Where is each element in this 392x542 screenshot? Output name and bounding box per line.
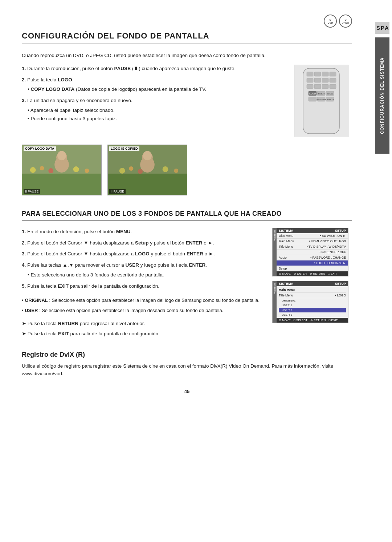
child-image-1 <box>22 145 101 195</box>
sub-menu-body: Main Menu Title Menu• LOGO ORIGINAL USER… <box>277 286 348 318</box>
menu-row-5: Audio• PASSWORD : CHANGE <box>277 255 348 260</box>
s2-step4: 4. Pulse las teclas ▲,▼ para mover el cu… <box>22 261 265 270</box>
section3: Registro de DviX (R) Utilice el código d… <box>22 351 352 378</box>
svg-rect-8 <box>330 78 336 82</box>
svg-rect-1 <box>307 72 313 76</box>
s2-step4-sub: • Esto selecciona uno de los 3 fondos de… <box>28 271 265 279</box>
menu-row-setup: Setup <box>277 266 348 271</box>
menu-images: SISTEMA SISTEMA SETUP Disc Menu• BD WISE… <box>272 228 352 340</box>
svg-rect-3 <box>322 72 328 76</box>
svg-rect-2 <box>314 72 321 76</box>
user3-option: USER 3 <box>279 312 346 317</box>
section2-content: 1. En el modo de detención, pulse el bot… <box>22 228 352 340</box>
step3: 3. La unidad se apagará y se encenderá d… <box>22 97 287 105</box>
section1-title: CONFIGURACIÓN DEL FONDO DE PANTALLA <box>22 31 352 44</box>
user2-option: USER 2 <box>279 308 346 312</box>
logo-row-label: Main Menu <box>279 287 346 293</box>
user1-option: USER 1 <box>279 303 346 308</box>
step2: 2. Pulse la tecla LOGO. <box>22 76 287 84</box>
dvd-icon: ⊙ DVD <box>324 15 337 28</box>
orig-user-notes: • ORIGINAL : Seleccione esta opción para… <box>22 296 265 315</box>
screenshot2-label: LOGO IS COPIED <box>109 146 139 151</box>
section2-instructions: 1. En el modo de detención, pulse el bot… <box>22 228 265 340</box>
svg-point-33 <box>57 151 66 160</box>
section1: ⊙ DVD ⊙ JPEG CONFIGURACIÓN DEL FONDO DE … <box>22 15 352 195</box>
menu-screenshot-2: SISTEMA SISTEMASETUP Main Menu Title Me <box>272 281 348 323</box>
menu-footer-1: ⊕ MOVE⊕ ENTER⊗ RETURN□ EXIT <box>277 271 348 276</box>
arrow-note-2: Pulse la tecla EXIT para salir de la pan… <box>22 330 265 338</box>
svg-point-39 <box>163 166 168 172</box>
svg-rect-4 <box>330 72 336 76</box>
screenshot1-label: COPY LOGO DATA <box>24 146 56 151</box>
screenshots-row: COPY LOGO DATA II PAUSE <box>22 145 352 195</box>
menu-main-1: SISTEMA SETUP Disc Menu• BD WISE : ON ► … <box>277 228 348 276</box>
step3-sub1: • Aparecerá el papel tapiz seleccionado. <box>28 106 287 115</box>
step1: 1. Durante la reproducción, pulse el bot… <box>22 65 287 73</box>
step2-sub: • COPY LOGO DATA (Datos de copia de logo… <box>28 85 287 94</box>
logo-row: Title Menu• LOGO <box>279 293 346 298</box>
svg-rect-6 <box>314 78 321 82</box>
sub-menu-header: SISTEMASETUP <box>277 281 348 286</box>
svg-text:SLOW: SLOW <box>327 93 333 95</box>
user-note: • USER : Seleccione esta opción para est… <box>22 307 265 315</box>
page-number: 45 <box>22 389 352 394</box>
remote-image: LOGO TIMER SLOW CD RIPPING CANCEL <box>294 65 352 137</box>
svg-point-30 <box>85 169 89 173</box>
original-note: • ORIGINAL : Seleccione esta opción para… <box>22 296 265 304</box>
svg-rect-7 <box>322 78 328 82</box>
child-image-2 <box>108 145 187 195</box>
menu-screenshot-1: SISTEMA SISTEMA SETUP Disc Menu• BD WISE… <box>272 228 348 276</box>
screenshot2-pause: II PAUSE <box>109 189 126 194</box>
remote-control: LOGO TIMER SLOW CD RIPPING CANCEL <box>294 65 348 137</box>
screenshot-copy-logo: COPY LOGO DATA II PAUSE <box>22 145 102 195</box>
sidebar-spa-label: SPA <box>375 22 389 34</box>
section3-text: Utilice el código de registro para regis… <box>22 362 352 378</box>
arrow-notes: Pulse la tecla RETURN para regresar al n… <box>22 320 265 337</box>
section2: PARA SELECCIONAR UNO DE LOS 3 FONDOS DE … <box>22 210 352 340</box>
svg-text:CANCEL: CANCEL <box>326 98 335 101</box>
sidebar-configuracion-label: CONFIGURACIÓN DEL SISTEMA <box>375 37 389 154</box>
menu-main-2: SISTEMASETUP Main Menu Title Menu• LOGO … <box>277 281 348 323</box>
menu-tab-2: SISTEMA <box>273 281 277 323</box>
svg-text:LOGO: LOGO <box>309 93 316 95</box>
svg-point-29 <box>73 166 79 172</box>
instructions-list: 1. Durante la reproducción, pulse el bot… <box>22 65 287 124</box>
menu-row-1: Disc Menu• BD WISE : ON ► <box>277 233 348 239</box>
svg-rect-12 <box>330 84 336 89</box>
svg-point-28 <box>48 168 53 173</box>
jpeg-icon: ⊙ JPEG <box>339 15 352 28</box>
svg-text:CD RIPPING: CD RIPPING <box>316 98 326 101</box>
screenshot1-pause: II PAUSE <box>24 189 40 194</box>
menu-header-right: SETUP <box>335 229 346 232</box>
s2-step5: 5. Pulse la tecla EXIT para salir de la … <box>22 282 265 291</box>
svg-rect-19 <box>309 97 317 101</box>
s2-step3: 3. Pulse el botón del Cursor ▼ hasta des… <box>22 250 265 258</box>
section3-title: Registro de DviX (R) <box>22 351 352 359</box>
menu-tab-1: SISTEMA <box>273 228 277 276</box>
menu-row-2: Main Menu• HDMI VIDEO OUT : RGB <box>277 239 348 244</box>
svg-point-37 <box>129 166 133 171</box>
section2-title: PARA SELECCIONAR UNO DE LOS 3 FONDOS DE … <box>22 210 352 221</box>
svg-rect-9 <box>307 84 313 89</box>
menu-row-3: Title Menu• TV DISPLAY : WIDE/HDTV <box>277 244 348 250</box>
menu-row-4: • PARENTAL : OFF <box>277 250 348 255</box>
original-option: ORIGINAL <box>279 298 346 303</box>
svg-point-36 <box>119 168 125 174</box>
section1-intro: Cuando reproduzca un DVD, o JPEG CD, ust… <box>22 52 352 60</box>
menu-row-logo: • LOGO : ORIGINAL ► <box>277 260 348 266</box>
menu-footer-2: ⊕ MOVE□ SELECT⊗ RETURN□ EXIT <box>277 318 348 323</box>
svg-rect-5 <box>307 78 313 82</box>
svg-point-40 <box>174 169 178 173</box>
screenshot-logo-copied: LOGO IS COPIED II PAUSE <box>107 145 187 195</box>
svg-point-27 <box>40 166 44 170</box>
s2-step1: 1. En el modo de detención, pulse el bot… <box>22 228 265 236</box>
section1-content: 1. Durante la reproducción, pulse el bot… <box>22 65 352 137</box>
svg-rect-10 <box>314 84 321 89</box>
sidebar: SPA CONFIGURACIÓN DEL SISTEMA <box>372 0 392 542</box>
s2-step2: 2. Pulse el botón del Cursor ▼ hasta des… <box>22 239 265 247</box>
svg-text:TIMER: TIMER <box>318 93 325 95</box>
arrow-note-1: Pulse la tecla RETURN para regresar al n… <box>22 320 265 328</box>
step3-sub2: • Puede configurar hasta 3 papeles tapiz… <box>28 115 287 123</box>
svg-point-43 <box>143 151 152 160</box>
svg-rect-11 <box>322 84 328 89</box>
